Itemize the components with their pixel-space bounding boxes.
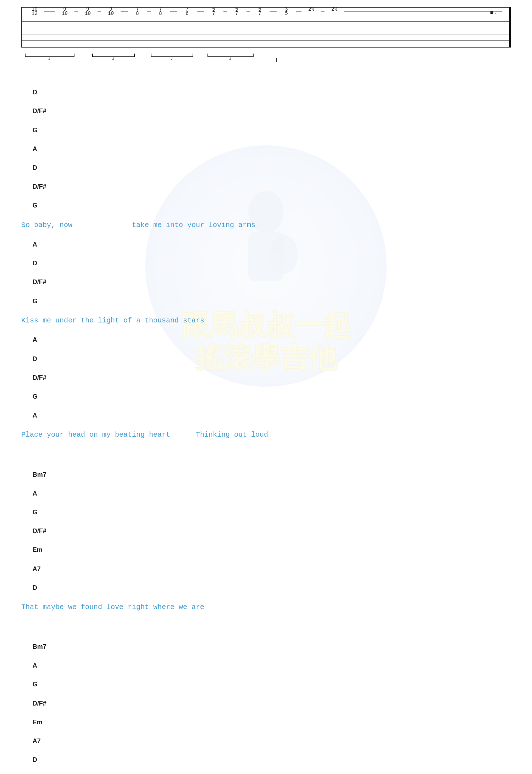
chord-row-1b: A D D/F# G bbox=[21, 231, 511, 315]
chord-DFsharp6: D/F# bbox=[33, 699, 46, 708]
chord-A7-2: A7 bbox=[33, 737, 41, 746]
chord-A6: A bbox=[33, 661, 37, 670]
bracket-label-1: ┘ bbox=[25, 57, 74, 62]
lyric-row-1c: Place your head on my beating heart Thin… bbox=[21, 430, 511, 440]
tab-num: 57 bbox=[227, 6, 246, 16]
tab-num: 76 bbox=[177, 6, 197, 16]
chord-row-1a: D D/F# G A D D/F# G bbox=[21, 69, 511, 220]
chord-D3: D bbox=[33, 259, 37, 268]
bracket-5 bbox=[266, 58, 277, 62]
tab-container: 1012 910 910 910 78 78 76 57 57 57 bbox=[21, 7, 511, 48]
tab-row-5 bbox=[22, 34, 509, 41]
chord-D2: D bbox=[33, 164, 37, 172]
chord-D5: D bbox=[33, 584, 37, 592]
chord-A3: A bbox=[33, 336, 37, 344]
tab-num: 910 bbox=[55, 6, 74, 16]
chord-A7-1: A7 bbox=[33, 565, 41, 574]
bracket-label-4: ┘ bbox=[207, 57, 254, 62]
chord-G6: G bbox=[33, 680, 38, 689]
section-1: D D/F# G A D D/F# G So baby, now take me… bbox=[21, 69, 511, 440]
chord-G1: G bbox=[33, 126, 38, 135]
tab-num: 78 bbox=[128, 6, 147, 16]
tab-row-4 bbox=[22, 28, 509, 34]
chord-A4: A bbox=[33, 411, 37, 420]
chord-row-1c: A D D/F# G A bbox=[21, 326, 511, 430]
tab-row-6 bbox=[22, 41, 509, 47]
chord-Bm7-2: Bm7 bbox=[33, 642, 46, 651]
chord-A2: A bbox=[33, 240, 37, 249]
bracket-label-2: ┘ bbox=[92, 57, 135, 62]
chord-G5: G bbox=[33, 508, 38, 517]
bracket-4: ┘ bbox=[207, 54, 254, 62]
chord-D1: D bbox=[33, 88, 37, 97]
tab-row-3 bbox=[22, 22, 509, 28]
tab-num: 57 bbox=[204, 6, 223, 16]
bracket-label-3: ┘ bbox=[151, 57, 193, 62]
lyric-row-1a: So baby, now take me into your loving ar… bbox=[21, 220, 511, 231]
chord-Em2: Em bbox=[33, 718, 43, 727]
chord-DFsharp2: D/F# bbox=[33, 182, 46, 191]
section-3: Bm7 A G D/F# Em A7 D Oh baby, we found l… bbox=[21, 623, 511, 774]
tab-num: 910 bbox=[78, 6, 98, 16]
chord-DFsharp5: D/F# bbox=[33, 527, 46, 536]
chord-A5: A bbox=[33, 489, 37, 498]
section-2: Bm7 A G D/F# Em A7 D That maybe we found… bbox=[21, 451, 511, 613]
tab-num: 2½ bbox=[301, 6, 321, 16]
bracket-area: ┘ ┘ ┘ ┘ bbox=[21, 49, 511, 65]
chord-row-2: Bm7 A G D/F# Em A7 D bbox=[21, 451, 511, 602]
bracket-2: ┘ bbox=[92, 54, 135, 62]
chord-DFsharp1: D/F# bbox=[33, 107, 46, 116]
tab-num: 1012 bbox=[25, 6, 44, 16]
chord-G2: G bbox=[33, 201, 38, 210]
chord-DFsharp3: D/F# bbox=[33, 278, 46, 287]
tab-num: 57 bbox=[250, 6, 270, 16]
chord-D4: D bbox=[33, 355, 37, 364]
chord-A1: A bbox=[33, 145, 37, 154]
tab-row-2 bbox=[22, 15, 509, 22]
chord-G3: G bbox=[33, 297, 38, 306]
tab-num: 78 bbox=[151, 6, 170, 16]
lyric-row-2: That maybe we found love right where we … bbox=[21, 602, 511, 613]
lyric-row-1b: Kiss me under the light of a thousand st… bbox=[21, 315, 511, 326]
chord-DFsharp4: D/F# bbox=[33, 374, 46, 382]
bracket-1: ┘ bbox=[25, 54, 74, 62]
chord-D6: D bbox=[33, 756, 37, 764]
chord-G4: G bbox=[33, 392, 38, 401]
tab-num: 35 bbox=[277, 6, 296, 16]
tab-num: 910 bbox=[101, 6, 121, 16]
tab-num: 2½ bbox=[325, 6, 344, 16]
chord-row-3: Bm7 A G D/F# Em A7 D bbox=[21, 623, 511, 774]
bracket-3: ┘ bbox=[151, 54, 193, 62]
tab-row-1: 1012 910 910 910 78 78 76 57 57 57 bbox=[22, 7, 509, 15]
chord-Em1: Em bbox=[33, 546, 43, 554]
page-content: 1012 910 910 910 78 78 76 57 57 57 bbox=[0, 0, 532, 774]
chord-Bm7-1: Bm7 bbox=[33, 470, 46, 479]
